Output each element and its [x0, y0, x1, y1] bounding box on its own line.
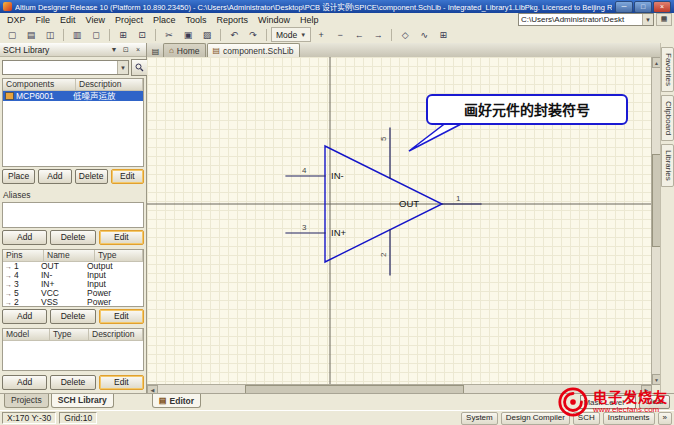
search-button[interactable]: [131, 59, 148, 76]
zoom-fit-icon[interactable]: ⊞: [114, 27, 132, 43]
model-grid: Model Type Description: [2, 328, 144, 371]
description-column-header[interactable]: Description: [76, 79, 143, 90]
elecfans-logo-icon: [557, 386, 589, 418]
place-part-icon[interactable]: ◇: [396, 27, 414, 43]
pins-grid-header: Pins Name Type: [3, 250, 143, 262]
pin-3-label: IN+: [331, 227, 347, 238]
menu-window[interactable]: Window: [253, 15, 295, 25]
tab-projects[interactable]: Projects: [4, 394, 49, 408]
pin-row[interactable]: →3 IN+ Input: [3, 280, 143, 289]
delete-component-button[interactable]: Delete: [75, 169, 108, 184]
copy-icon[interactable]: ▣: [179, 27, 197, 43]
document-menu-icon[interactable]: ▤: [149, 45, 162, 57]
components-column-header[interactable]: Components: [3, 79, 76, 90]
paste-icon[interactable]: ▨: [198, 27, 216, 43]
edit-component-button[interactable]: Edit: [111, 169, 144, 184]
delete-alias-button[interactable]: Delete: [50, 230, 95, 245]
chevron-down-icon[interactable]: ▼: [117, 61, 128, 74]
pin-row[interactable]: →4 IN- Input: [3, 271, 143, 280]
component-filter-input[interactable]: [3, 61, 117, 74]
pin-row[interactable]: →1 OUT Output: [3, 262, 143, 271]
add-component-button[interactable]: Add: [38, 169, 71, 184]
place-wire-icon[interactable]: ∿: [415, 27, 433, 43]
mode-label: Mode: [276, 30, 297, 40]
add-pin-button[interactable]: Add: [2, 309, 47, 324]
tab-sch-library[interactable]: SCH Library: [51, 394, 114, 408]
edit-model-button[interactable]: Edit: [99, 375, 144, 390]
previous-mode-icon[interactable]: ←: [350, 27, 368, 43]
opamp-symbol[interactable]: 4 3 1 5 2 IN- IN+ OUT: [286, 128, 481, 275]
menu-project[interactable]: Project: [110, 15, 148, 25]
tab-libraries[interactable]: Libraries: [661, 144, 674, 187]
menu-edit[interactable]: Edit: [55, 15, 81, 25]
model-type-column-header[interactable]: Type: [50, 329, 89, 340]
delete-pin-button[interactable]: Delete: [50, 309, 95, 324]
menu-view[interactable]: View: [81, 15, 110, 25]
tab-component-schlib[interactable]: ▤ component.SchLib: [207, 43, 300, 57]
component-row-selected[interactable]: MCP6001 低噪声运放: [3, 91, 143, 101]
pin-row[interactable]: →2 VSS Power: [3, 298, 143, 307]
document-icon: ▤: [213, 46, 221, 55]
pin-row[interactable]: →5 VCC Power: [3, 289, 143, 298]
chevron-down-icon[interactable]: ▼: [642, 14, 653, 25]
print-preview-icon[interactable]: ◻: [87, 27, 105, 43]
zoom-area-icon[interactable]: ⊡: [133, 27, 151, 43]
remove-mode-icon[interactable]: −: [331, 27, 349, 43]
print-icon[interactable]: ▥: [68, 27, 86, 43]
menu-reports[interactable]: Reports: [211, 15, 253, 25]
aliases-list[interactable]: [2, 202, 144, 228]
pins-column-header[interactable]: Pins: [3, 250, 44, 261]
components-grid-header: Components Description: [3, 79, 143, 91]
minimize-button[interactable]: ─: [615, 1, 633, 13]
pin-5-designator: 5: [379, 136, 388, 141]
model-column-header[interactable]: Model: [3, 329, 50, 340]
tab-editor[interactable]: ▤ Editor: [152, 394, 201, 408]
place-button[interactable]: Place: [2, 169, 35, 184]
maximize-button[interactable]: □: [634, 1, 652, 13]
pin-number: 4: [14, 271, 19, 280]
panel-title: SCH Library: [3, 45, 107, 55]
schematic-canvas[interactable]: 4 3 1 5 2 IN- IN+ OUT 画好元件的封装符号: [147, 57, 652, 385]
edit-pin-button[interactable]: Edit: [99, 309, 144, 324]
type-column-header[interactable]: Type: [95, 250, 143, 261]
callout-annotation[interactable]: 画好元件的封装符号: [409, 95, 627, 151]
panel-menu-icon[interactable]: ▼: [109, 46, 119, 53]
pin-3-designator: 3: [302, 223, 307, 232]
delete-model-button[interactable]: Delete: [50, 375, 95, 390]
new-document-icon[interactable]: ▢: [3, 27, 21, 43]
tab-home[interactable]: ⌂ Home: [163, 43, 206, 57]
panel-pin-icon[interactable]: ⊡: [121, 46, 131, 54]
workspace-button[interactable]: ▦: [656, 13, 672, 26]
system-panels-button[interactable]: System: [461, 412, 498, 425]
next-mode-icon[interactable]: →: [369, 27, 387, 43]
name-column-header[interactable]: Name: [44, 250, 95, 261]
add-mode-icon[interactable]: +: [312, 27, 330, 43]
pin-name: VSS: [39, 298, 85, 307]
close-button[interactable]: ×: [653, 1, 671, 13]
cursor-coordinates: X:170 Y:-30: [2, 412, 56, 424]
edit-alias-button[interactable]: Edit: [99, 230, 144, 245]
add-alias-button[interactable]: Add: [2, 230, 47, 245]
save-document-icon[interactable]: ◫: [41, 27, 59, 43]
menu-place[interactable]: Place: [148, 15, 181, 25]
pin-type: Power: [85, 298, 143, 307]
open-document-icon[interactable]: ▤: [22, 27, 40, 43]
grid-indicator: Grid:10: [59, 412, 97, 424]
grid-settings-icon[interactable]: ⊞: [434, 27, 452, 43]
panel-close-icon[interactable]: ×: [133, 46, 143, 53]
component-filter-row: ▼: [0, 57, 146, 78]
recent-path-combobox[interactable]: C:\Users\Administrator\Deskt ▼: [518, 13, 654, 26]
menu-file[interactable]: File: [31, 15, 56, 25]
tab-clipboard[interactable]: Clipboard: [661, 95, 674, 141]
add-model-button[interactable]: Add: [2, 375, 47, 390]
mode-dropdown[interactable]: Mode ▼: [271, 27, 311, 42]
pin-icon: →: [5, 298, 12, 307]
redo-icon[interactable]: ↷: [244, 27, 262, 43]
tab-favorites[interactable]: Favorites: [661, 47, 674, 92]
menu-dxp[interactable]: DXP: [2, 15, 31, 25]
menu-help[interactable]: Help: [295, 15, 324, 25]
cut-icon[interactable]: ✂: [160, 27, 178, 43]
undo-icon[interactable]: ↶: [225, 27, 243, 43]
menu-tools[interactable]: Tools: [180, 15, 211, 25]
model-description-column-header[interactable]: Description: [89, 329, 143, 340]
